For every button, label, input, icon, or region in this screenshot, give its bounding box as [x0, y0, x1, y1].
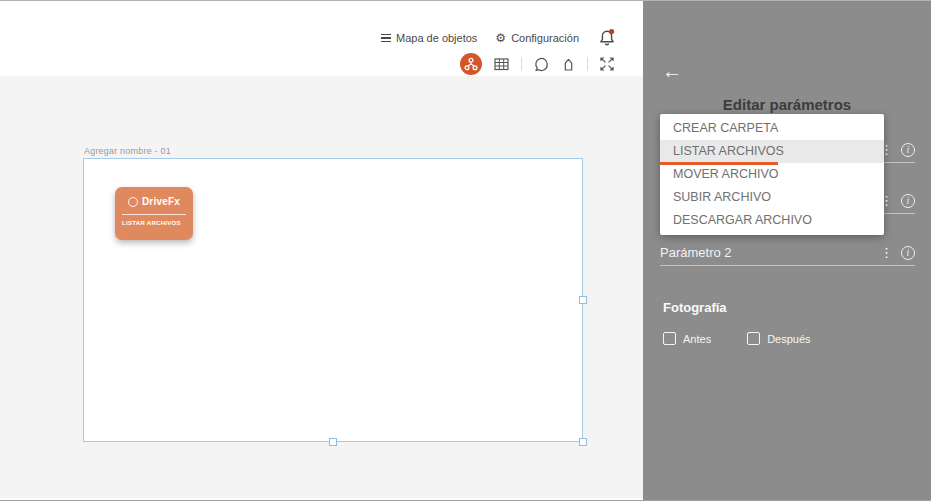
checkbox-antes-label: Antes — [683, 333, 711, 345]
checkbox-antes-box[interactable] — [663, 332, 676, 345]
resize-handle-bottom-right[interactable] — [579, 438, 587, 446]
eraser-icon — [561, 56, 576, 73]
dropdown-item-listar-archivos[interactable]: LISTAR ARCHIVOS — [660, 140, 884, 163]
dropdown-item-mover-archivo[interactable]: MOVER ARCHIVO — [660, 163, 884, 186]
map-of-objects-button[interactable]: Mapa de objetos — [381, 32, 477, 44]
comments-button[interactable] — [533, 56, 550, 73]
action-dropdown-menu: CREAR CARPETA LISTAR ARCHIVOS MOVER ARCH… — [660, 114, 884, 235]
toolbar-tools-row — [460, 53, 615, 75]
dropdown-item-descargar-archivo[interactable]: DESCARGAR ARCHIVO — [660, 209, 884, 232]
table-view-button[interactable] — [493, 56, 510, 72]
notifications-button[interactable] — [597, 27, 617, 49]
canvas-pane: Mapa de objetos ⚙ Configuración — [0, 1, 643, 500]
toolbar-divider — [521, 57, 522, 71]
checkbox-despues[interactable]: Después — [747, 332, 810, 345]
checkbox-despues-box[interactable] — [747, 332, 760, 345]
checkbox-antes[interactable]: Antes — [663, 332, 711, 345]
expand-icon — [599, 56, 615, 72]
bell-icon — [597, 27, 617, 49]
eraser-button[interactable] — [561, 56, 576, 73]
dropdown-item-subir-archivo[interactable]: SUBIR ARCHIVO — [660, 186, 884, 209]
group-label: Agregar nombre - 01 — [84, 146, 171, 156]
resize-handle-bottom[interactable] — [329, 438, 337, 446]
drivefx-node-header: DriveFx — [115, 187, 193, 207]
app-window: Mapa de objetos ⚙ Configuración — [0, 0, 931, 501]
table-icon — [493, 56, 510, 72]
checkbox-despues-label: Después — [767, 333, 810, 345]
canvas[interactable]: Agregar nombre - 01 DriveFx LISTAR ARCHI… — [0, 76, 643, 498]
chat-bubble-icon — [533, 56, 550, 73]
param-3-label: Parámetro 2 — [660, 245, 732, 260]
info-icon[interactable]: i — [901, 143, 915, 157]
photo-options-row: Antes Después — [663, 332, 811, 345]
selection-box[interactable]: DriveFx LISTAR ARCHIVOS — [83, 158, 583, 442]
configuration-button[interactable]: ⚙ Configuración — [495, 32, 579, 44]
drivefx-action-label: LISTAR ARCHIVOS — [115, 215, 193, 226]
dropdown-item-crear-carpeta[interactable]: CREAR CARPETA — [660, 117, 884, 140]
fullscreen-button[interactable] — [599, 56, 615, 72]
info-icon[interactable]: i — [901, 246, 915, 260]
toolbar: Mapa de objetos ⚙ Configuración — [0, 1, 643, 76]
toolbar-divider — [587, 57, 588, 71]
hierarchy-icon — [463, 56, 479, 72]
photo-section-title: Fotografía — [663, 300, 727, 315]
info-icon[interactable]: i — [901, 194, 915, 208]
hamburger-icon — [381, 34, 391, 42]
map-of-objects-label: Mapa de objetos — [396, 32, 477, 44]
drivefx-node[interactable]: DriveFx LISTAR ARCHIVOS — [115, 187, 193, 240]
kebab-menu-icon[interactable]: ⋮ — [879, 246, 894, 259]
toolbar-menu-row: Mapa de objetos ⚙ Configuración — [381, 27, 617, 49]
configuration-label: Configuración — [511, 32, 579, 44]
param-row-3: Parámetro 2 ⋮ i — [660, 240, 915, 266]
notification-dot — [609, 29, 614, 34]
drivefx-logo-icon — [128, 197, 138, 207]
back-button[interactable]: ← — [662, 61, 682, 81]
panel-title: Editar parámetros — [643, 96, 931, 113]
gear-icon: ⚙ — [495, 32, 506, 44]
edit-parameters-panel: ← Editar parámetros ⋮ i ⋮ i Parámetro 2 … — [643, 1, 931, 500]
drivefx-title: DriveFx — [142, 196, 180, 207]
resize-handle-right[interactable] — [579, 296, 587, 304]
flow-view-button[interactable] — [460, 53, 482, 75]
